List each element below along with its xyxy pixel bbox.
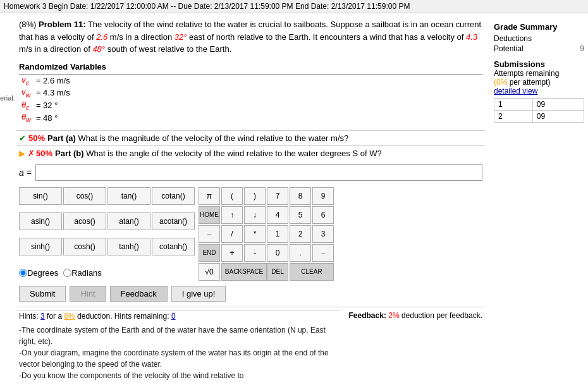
center-content: (8%) Problem 11: The velocity of the win… <box>11 18 490 384</box>
num-2-button[interactable]: 2 <box>290 225 311 243</box>
calc-area: sin() cos() tan() cotan() asin() acos() … <box>19 187 482 281</box>
dot-button[interactable]: . <box>290 244 311 262</box>
up-button[interactable]: ↑ <box>221 206 243 224</box>
radians-label[interactable]: Radians <box>71 268 102 278</box>
var-symbol-1: vc <box>19 75 34 87</box>
right-panel: Grade Summary Deductions Potential 9 Sub… <box>490 18 588 384</box>
num-5-button[interactable]: 5 <box>290 206 311 224</box>
sub-val-2: 09 <box>532 111 584 123</box>
hints-remaining[interactable]: 0 <box>171 312 176 321</box>
asin-button[interactable]: asin() <box>19 212 62 230</box>
hints-deduction-pct[interactable]: 6% <box>64 312 75 321</box>
check-icon: ✔ <box>19 133 26 143</box>
problem-number: Problem 11: <box>39 20 85 29</box>
number-pad: π ( ) 7 8 9 HOME ↑ ↓ 4 5 6 – / * 1 2 <box>199 187 334 281</box>
degrees-radio[interactable] <box>19 269 27 277</box>
cotanh-button[interactable]: cotanh() <box>152 238 195 255</box>
num-4-button[interactable]: 4 <box>267 206 288 224</box>
sub-num-2: 2 <box>494 111 533 123</box>
hints-suffix: deduction. Hints remaining: <box>77 312 169 321</box>
mul-button[interactable]: * <box>244 225 266 243</box>
down-button[interactable]: ↓ <box>244 206 266 224</box>
var-val-3: = 32 ° <box>34 99 73 112</box>
var-symbol-2: vw <box>19 87 34 99</box>
tanh-button[interactable]: tanh() <box>107 238 150 255</box>
potential-label: Potential <box>494 44 524 53</box>
unit1: m/s in a direction <box>110 32 172 42</box>
table-row: vw = 4.3 m/s <box>19 87 73 99</box>
deductions-label: Deductions <box>494 34 532 43</box>
num-6-button[interactable]: 6 <box>312 206 334 224</box>
acos-button[interactable]: acos() <box>63 212 106 230</box>
per-attempt: per attempt) <box>510 78 551 87</box>
num-1-button[interactable]: 1 <box>267 225 288 243</box>
hints-count[interactable]: 3 <box>40 312 45 321</box>
table-row: θc = 32 ° <box>19 99 73 112</box>
table-row: 1 09 <box>494 99 584 111</box>
acotan-button[interactable]: acotan() <box>152 212 195 230</box>
dash-button[interactable]: – <box>312 244 334 262</box>
del-button[interactable]: DEL <box>267 263 288 281</box>
rand-vars-title: Randomized Variables <box>19 62 482 71</box>
end-button[interactable]: END <box>199 244 220 262</box>
igiveup-button[interactable]: I give up! <box>171 286 226 302</box>
sqrt-button[interactable]: √0 <box>199 263 220 281</box>
pi-button[interactable]: π <box>199 187 220 205</box>
cos-button[interactable]: cos() <box>63 187 106 205</box>
answer-input[interactable] <box>35 164 482 181</box>
tan-button[interactable]: tan() <box>107 187 150 205</box>
table-row: θw = 48 ° <box>19 111 73 124</box>
open-paren-button[interactable]: ( <box>221 187 243 205</box>
rand-vars-table: vc = 2.6 m/s vw = 4.3 m/s θc = 32 ° θw =… <box>19 75 73 124</box>
grade-summary: Grade Summary Deductions Potential 9 <box>494 22 584 53</box>
submit-button[interactable]: Submit <box>19 286 66 302</box>
problem-text: (8%) Problem 11: The velocity of the win… <box>16 18 485 56</box>
end-text: in a direction of <box>35 44 90 54</box>
var-symbol-4: θw <box>19 111 34 124</box>
val2: 32° <box>175 32 187 42</box>
sinh-button[interactable]: sinh() <box>19 238 62 255</box>
cotan-button[interactable]: cotan() <box>152 187 195 205</box>
part-b-text: What is the angle of the velocity of the… <box>84 149 382 158</box>
part-a-text: What is the magnitude of the velocity of… <box>76 133 348 143</box>
radians-radio[interactable] <box>63 269 71 277</box>
detailed-view-link[interactable]: detailed view <box>494 87 537 95</box>
atan-button[interactable]: atan() <box>107 212 150 230</box>
left-labels: erial. <box>0 18 11 384</box>
header-text: Homework 3 Begin Date: 1/22/2017 12:00:0… <box>4 2 410 11</box>
potential-row: Potential 9 <box>494 44 584 53</box>
num-8-button[interactable]: 8 <box>290 187 311 205</box>
feedback-row: Feedback: 2% deduction per feedback. <box>346 310 485 321</box>
num-9-button[interactable]: 9 <box>312 187 334 205</box>
part-b-percent: 50% <box>36 149 52 158</box>
close-paren-button[interactable]: ) <box>244 187 266 205</box>
hint-line-2: -On your diagram, imagine the coordinate… <box>19 347 338 370</box>
attempts-pct-row: (0% per attempt) <box>494 78 584 87</box>
cosh-button[interactable]: cosh() <box>63 238 106 255</box>
home-button[interactable]: HOME <box>199 206 220 224</box>
num-7-button[interactable]: 7 <box>267 187 288 205</box>
num-0-button[interactable]: 0 <box>267 244 288 262</box>
degrees-label[interactable]: Degrees <box>27 268 58 278</box>
div-button[interactable]: / <box>221 225 243 243</box>
slash-button[interactable]: – <box>199 225 220 243</box>
potential-val: 9 <box>580 44 584 53</box>
degree-radians-row: Degrees Radians <box>19 265 195 281</box>
sub-num-1: 1 <box>494 99 533 111</box>
minus-button[interactable]: - <box>244 244 266 262</box>
grade-title: Grade Summary <box>494 22 584 32</box>
sin-button[interactable]: sin() <box>19 187 62 205</box>
erial-label: erial. <box>0 94 10 102</box>
val4: 48° <box>92 44 105 54</box>
x-icon: ✗ <box>28 149 35 158</box>
hints-content: -The coordinate system of the Earth and … <box>16 322 340 384</box>
submissions-title: Submissions <box>494 59 584 69</box>
backspace-button[interactable]: BACKSPACE <box>221 263 267 281</box>
hint-button[interactable]: Hint <box>70 286 106 302</box>
unit2: m/s <box>19 44 32 54</box>
clear-button[interactable]: CLEAR <box>290 263 334 281</box>
plus-button[interactable]: + <box>221 244 243 262</box>
num-3-button[interactable]: 3 <box>312 225 334 243</box>
feedback-button[interactable]: Feedback <box>110 286 168 302</box>
feedback-label: Feedback: <box>349 311 386 320</box>
